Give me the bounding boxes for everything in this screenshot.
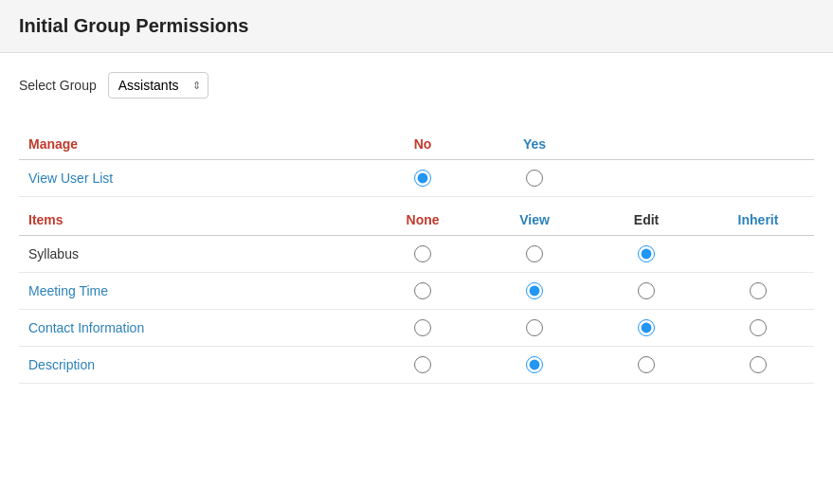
description-inherit[interactable]: [702, 347, 814, 384]
view-user-list-no-radio[interactable]: [414, 170, 431, 187]
contact-info-label: Contact Information: [19, 310, 367, 347]
syllabus-none-radio[interactable]: [414, 245, 431, 262]
items-col-edit: Edit: [590, 197, 702, 236]
items-section-header: Items None View Edit Inherit: [19, 197, 814, 236]
items-section-label: Items: [19, 197, 367, 236]
description-view-radio[interactable]: [526, 356, 543, 373]
contact-info-edit-radio[interactable]: [638, 319, 655, 336]
meeting-time-inherit[interactable]: [702, 273, 814, 310]
select-group-wrapper[interactable]: Assistants Instructors Students TAs: [108, 72, 208, 99]
syllabus-label: Syllabus: [19, 236, 367, 273]
meeting-time-view[interactable]: [479, 273, 590, 310]
syllabus-view[interactable]: [479, 236, 590, 273]
manage-section-header: Manage No Yes: [19, 121, 814, 160]
contact-info-none-radio[interactable]: [414, 319, 431, 336]
view-user-list-no[interactable]: [367, 160, 479, 197]
description-edit[interactable]: [590, 347, 702, 384]
contact-info-view[interactable]: [479, 310, 590, 347]
meeting-time-label: Meeting Time: [19, 273, 367, 310]
page-title: Initial Group Permissions: [19, 15, 814, 37]
description-inherit-radio[interactable]: [750, 356, 767, 373]
select-group-row: Select Group Assistants Instructors Stud…: [19, 72, 814, 99]
items-col-inherit: Inherit: [702, 197, 814, 236]
meeting-time-none[interactable]: [367, 273, 479, 310]
description-view[interactable]: [479, 347, 590, 384]
view-user-list-yes-radio[interactable]: [526, 170, 543, 187]
description-none[interactable]: [367, 347, 479, 384]
items-col-view: View: [479, 197, 590, 236]
select-group-label: Select Group: [19, 78, 97, 93]
meeting-time-none-radio[interactable]: [414, 282, 431, 299]
meeting-time-edit-radio[interactable]: [638, 282, 655, 299]
contact-info-inherit[interactable]: [702, 310, 814, 347]
description-none-radio[interactable]: [414, 356, 431, 373]
description-row: Description: [19, 347, 814, 384]
syllabus-view-radio[interactable]: [526, 245, 543, 262]
select-group-dropdown[interactable]: Assistants Instructors Students TAs: [108, 72, 208, 99]
meeting-time-edit[interactable]: [590, 273, 702, 310]
permissions-table: Manage No Yes View User List: [19, 121, 814, 384]
manage-col-no: No: [367, 121, 479, 160]
contact-info-none[interactable]: [367, 310, 479, 347]
syllabus-edit[interactable]: [590, 236, 702, 273]
syllabus-row: Syllabus: [19, 236, 814, 273]
items-col-none: None: [367, 197, 479, 236]
contact-info-inherit-radio[interactable]: [750, 319, 767, 336]
meeting-time-view-radio[interactable]: [526, 282, 543, 299]
syllabus-none[interactable]: [367, 236, 479, 273]
meeting-time-inherit-radio[interactable]: [750, 282, 767, 299]
syllabus-inherit: [702, 236, 814, 273]
main-content: Select Group Assistants Instructors Stud…: [0, 53, 833, 403]
syllabus-edit-radio[interactable]: [638, 245, 655, 262]
contact-info-view-radio[interactable]: [526, 319, 543, 336]
manage-section-label: Manage: [19, 121, 367, 160]
view-user-list-row: View User List: [19, 160, 814, 197]
contact-info-edit[interactable]: [590, 310, 702, 347]
page-header: Initial Group Permissions: [0, 0, 833, 53]
meeting-time-row: Meeting Time: [19, 273, 814, 310]
manage-col-yes: Yes: [479, 121, 590, 160]
view-user-list-label: View User List: [19, 160, 367, 197]
description-label: Description: [19, 347, 367, 384]
contact-info-row: Contact Information: [19, 310, 814, 347]
view-user-list-yes[interactable]: [479, 160, 590, 197]
description-edit-radio[interactable]: [638, 356, 655, 373]
